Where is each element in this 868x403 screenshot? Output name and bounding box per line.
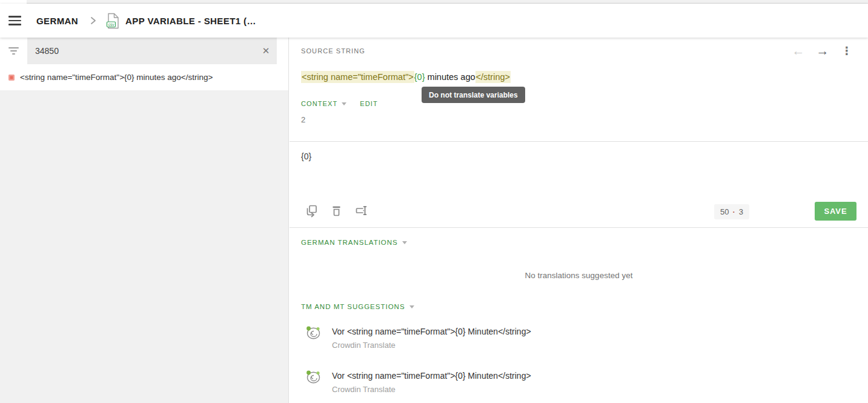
menu-icon[interactable] [1, 7, 28, 34]
crowdin-translate-icon [305, 370, 322, 384]
editor-panel: SOURCE STRING ← → ⋮ <string name="timeFo… [290, 38, 868, 403]
breadcrumb-file-name[interactable]: APP VARIABLE - SHEET1 (… [125, 16, 256, 26]
variables-tooltip: Do not translate variables [422, 87, 525, 103]
context-toggle[interactable]: CONTEXT [301, 100, 337, 107]
context-dropdown-icon[interactable] [342, 102, 346, 105]
char-counter: 50 · 3 [714, 204, 749, 219]
divider [290, 227, 868, 228]
tm-dropdown-icon[interactable] [409, 305, 414, 308]
source-open-tag: <string name="timeFormat"> [301, 71, 414, 83]
divider [290, 141, 868, 142]
translations-section-header: GERMAN TRANSLATIONS [301, 239, 407, 246]
delete-translation-icon[interactable] [329, 203, 343, 218]
crowdin-translate-icon [305, 325, 322, 340]
filter-icon [8, 47, 19, 55]
tm-suggestion-row[interactable]: Vor <string name="timeFormat">{0} Minute… [305, 370, 856, 394]
save-button[interactable]: SAVE [815, 202, 856, 221]
source-plain-text: minutes ago [425, 72, 475, 82]
clear-search-icon[interactable]: ✕ [255, 45, 277, 56]
search-box: 34850 ✕ [27, 38, 277, 64]
tm-suggestion-row[interactable]: Vor <string name="timeFormat">{0} Minute… [305, 325, 856, 350]
tm-section-header: TM AND MT SUGGESTIONS [301, 303, 414, 310]
top-bar: GERMAN csv APP VARIABLE - SHEET1 (… [0, 4, 868, 38]
no-translations-message: No translations suggested yet [290, 271, 868, 280]
more-options-icon[interactable]: ⋮ [839, 43, 855, 59]
next-string-icon[interactable]: → [815, 43, 830, 59]
translation-toolbar [304, 203, 368, 218]
suggestion-text: Vor <string name="timeFormat">{0} Minute… [332, 325, 531, 338]
counter-separator: · [732, 207, 735, 216]
untranslated-status-icon [8, 75, 15, 81]
string-navigation: ← → ⋮ [790, 43, 855, 59]
source-close-tag: </string> [475, 71, 511, 83]
search-input[interactable]: 34850 [27, 46, 255, 56]
suggestion-source: Crowdin Translate [332, 385, 531, 394]
source-string-text: <string name="timeFormat">{0} minutes ag… [301, 72, 511, 82]
svg-text:csv: csv [108, 22, 115, 26]
context-row: CONTEXT EDIT [301, 100, 378, 107]
filter-button[interactable] [0, 38, 27, 64]
previous-string-icon[interactable]: ← [790, 43, 806, 59]
counter-left: 50 [720, 207, 729, 216]
search-row: 34850 ✕ [0, 38, 288, 64]
strings-sidebar: 34850 ✕ <string name="timeFormat">{0} mi… [0, 38, 289, 403]
string-list-item-text: <string name="timeFormat">{0} minutes ag… [20, 73, 213, 82]
select-text-icon[interactable] [354, 203, 368, 218]
crowdin-editor: GERMAN csv APP VARIABLE - SHEET1 (… 3485… [0, 0, 868, 403]
csv-file-icon: csv [106, 13, 120, 29]
translation-input[interactable]: {0} [301, 152, 311, 161]
source-variable: {0} [414, 71, 425, 83]
translations-header-label[interactable]: GERMAN TRANSLATIONS [301, 239, 398, 246]
breadcrumb-language[interactable]: GERMAN [36, 16, 78, 26]
tm-header-label[interactable]: TM AND MT SUGGESTIONS [301, 303, 405, 310]
string-list-item[interactable]: <string name="timeFormat">{0} minutes ag… [0, 64, 288, 90]
context-value: 2 [301, 115, 305, 124]
suggestion-text: Vor <string name="timeFormat">{0} Minute… [332, 370, 531, 382]
chevron-right-icon [89, 16, 98, 25]
context-edit-button[interactable]: EDIT [360, 100, 377, 107]
suggestion-source: Crowdin Translate [332, 341, 531, 350]
copy-source-icon[interactable] [304, 203, 319, 218]
source-string-label: SOURCE STRING [301, 47, 365, 55]
counter-right: 3 [739, 207, 743, 216]
translations-dropdown-icon[interactable] [402, 241, 407, 244]
